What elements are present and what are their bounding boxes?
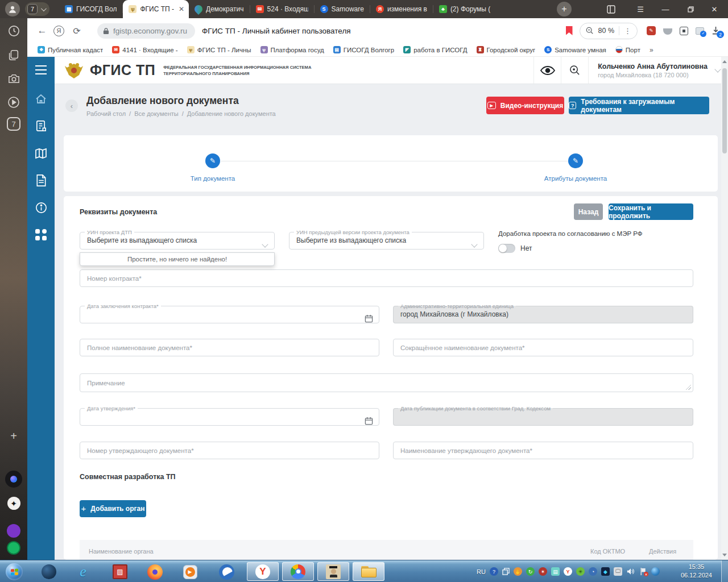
back-button[interactable]: ‹: [65, 99, 78, 112]
requirements-button[interactable]: ? Требования к загружаемым документам: [569, 97, 709, 114]
save-continue-button[interactable]: Сохранить и продолжить: [609, 203, 693, 220]
show-desktop-button[interactable]: [721, 560, 728, 582]
new-tab-button[interactable]: +: [557, 2, 572, 16]
uin-dtp-select[interactable]: УИН проекта ДТП Выберите из выпадающего …: [80, 229, 275, 250]
tray-diamond-icon[interactable]: ◆: [601, 567, 610, 576]
taskbar-firefox-icon[interactable]: [147, 564, 163, 580]
calendar-icon[interactable]: [365, 314, 373, 323]
taskbar-professor-app-button[interactable]: [317, 562, 349, 581]
tray-network-icon[interactable]: 🖵: [614, 567, 622, 576]
back-step-button[interactable]: Назад: [574, 203, 603, 220]
sidebar-item-home[interactable]: [27, 92, 55, 106]
history-clock-icon[interactable]: [0, 24, 27, 38]
contract-date-input[interactable]: Дата заключения контракта*: [80, 303, 379, 323]
sidebar-item-file[interactable]: [27, 174, 55, 187]
print-check-extension-icon[interactable]: ✓: [696, 27, 704, 35]
purple-extension-icon[interactable]: [0, 524, 27, 538]
short-name-input[interactable]: Сокращённое наименование документа*: [393, 339, 693, 356]
sidebar-item-documents[interactable]: [27, 119, 55, 132]
sidebar-item-apps[interactable]: [27, 228, 55, 241]
downloads-button[interactable]: 2: [712, 26, 720, 35]
tray-globe-icon[interactable]: [651, 567, 660, 576]
reload-icon[interactable]: ⟳: [64, 26, 89, 36]
sidebar-badge[interactable]: 7: [0, 117, 27, 131]
bookmark-item[interactable]: ♜Городской округ: [477, 46, 536, 53]
bookmark-item[interactable]: ❖Публичная кадаст: [38, 46, 103, 53]
bookmark-item[interactable]: ѱФГИС ТП - Личны: [187, 46, 251, 53]
tray-chat-icon[interactable]: ▤: [551, 567, 560, 576]
more-options-icon[interactable]: ⋮: [624, 27, 631, 35]
tray-volume-icon[interactable]: [626, 567, 635, 576]
note-textarea[interactable]: Примечание: [80, 373, 693, 392]
restore-button[interactable]: [680, 0, 701, 18]
profile-avatar[interactable]: [5, 2, 20, 16]
side-panel-icon[interactable]: [601, 0, 621, 18]
tray-update-icon[interactable]: ↻: [526, 567, 535, 576]
taskbar-yandex-browser-button[interactable]: Y: [247, 562, 279, 581]
taskbar-globe-icon[interactable]: [41, 564, 57, 580]
tab-maps[interactable]: Демократич: [189, 0, 250, 18]
bookmark-item[interactable]: ✉4141 · Входящие -: [112, 46, 177, 53]
minimize-button[interactable]: —: [655, 0, 676, 18]
tray-yandex-icon[interactable]: Y: [564, 567, 572, 576]
tab-fgis-tp-active[interactable]: ѱ ФГИС ТП - ✕: [123, 0, 189, 18]
approving-name-input[interactable]: Наименование утверждающего документа*: [393, 442, 693, 459]
show-hidden-icons[interactable]: [502, 568, 510, 575]
stepper-step-type[interactable]: ✎ Тип документа: [167, 153, 258, 182]
tray-alert-flag-icon[interactable]: ✕: [639, 567, 647, 576]
taskbar-media-icon[interactable]: ▶: [182, 564, 198, 580]
calendar-icon[interactable]: [365, 417, 373, 425]
bookmark-item[interactable]: ▤ГИСОГД Волгогр: [333, 46, 394, 53]
tab-gisogd[interactable]: ▤ ГИСОГД Вол: [59, 0, 122, 18]
zoom-control[interactable]: 80 % ⋮: [580, 23, 638, 39]
bookmark-item[interactable]: SSamoware умная: [544, 46, 606, 53]
screenshot-camera-icon[interactable]: [0, 72, 27, 85]
tab-mail[interactable]: ✉ 524 · Входящ: [250, 0, 314, 18]
app-logo[interactable]: ФГИС ТП ФЕДЕРАЛЬНАЯ ГОСУДАРСТВЕННАЯ ИНФО…: [55, 60, 311, 81]
scroll-down-icon[interactable]: [722, 554, 727, 556]
stepper-step-attributes[interactable]: ✎ Атрибуты документа: [530, 153, 621, 182]
tab-forums[interactable]: ♣ (2) Форумы (: [433, 0, 496, 18]
tray-gauge-icon[interactable]: ◔: [589, 567, 597, 576]
bookmarks-overflow-icon[interactable]: »: [650, 46, 653, 54]
tray-drweb-icon[interactable]: ✳: [576, 567, 585, 576]
add-organ-button[interactable]: + Добавить орган: [80, 500, 146, 517]
language-indicator[interactable]: RU: [477, 568, 486, 575]
full-name-input[interactable]: Полное наименование документа*: [80, 339, 379, 356]
green-extension-icon[interactable]: [0, 541, 27, 555]
uin-prev-select[interactable]: УИН предыдущей версии проекта документа …: [289, 229, 484, 250]
approving-number-input[interactable]: Номер утверждающего документа*: [80, 442, 379, 459]
yandex-search-icon[interactable]: Я: [53, 26, 64, 36]
sidebar-menu-icon[interactable]: [27, 65, 55, 75]
breadcrumb-item[interactable]: Все документы: [134, 110, 179, 117]
outline-extension-icon[interactable]: [680, 27, 688, 35]
taskbar-swoosh-icon[interactable]: [218, 564, 234, 580]
tab-yandex[interactable]: Я изменения в: [370, 0, 433, 18]
taskbar-image-app-icon[interactable]: ▨: [112, 564, 128, 580]
scroll-up-icon[interactable]: [722, 60, 727, 63]
help-icon[interactable]: ?: [490, 567, 498, 576]
menu-icon[interactable]: ☰: [630, 0, 651, 18]
start-button[interactable]: [6, 563, 23, 580]
taskbar-clock[interactable]: 15:35 06.12.2024: [681, 563, 712, 580]
play-video-icon[interactable]: [0, 95, 27, 109]
tray-hand-icon[interactable]: ✋: [514, 567, 522, 576]
contract-number-input[interactable]: Номер контракта*: [80, 269, 693, 287]
approval-date-input[interactable]: Дата утверждения*: [80, 405, 379, 426]
search-icon[interactable]: [561, 57, 588, 84]
scrollbar-thumb[interactable]: [722, 68, 727, 153]
video-instruction-button[interactable]: ▶ Видео-инструкция: [486, 97, 564, 114]
star-extension-icon[interactable]: ✦: [0, 497, 27, 510]
close-button[interactable]: ✕: [704, 0, 725, 18]
taskbar-chrome-button[interactable]: [282, 562, 314, 581]
tab-samoware[interactable]: S Samoware: [315, 0, 370, 18]
tray-bug-icon[interactable]: ✶: [539, 567, 547, 576]
accessibility-eye-icon[interactable]: [533, 57, 561, 84]
sidebar-item-map[interactable]: [27, 147, 55, 160]
seal-extension-icon[interactable]: ✎: [647, 26, 656, 35]
breadcrumb-item[interactable]: Рабочий стол: [86, 110, 126, 117]
back-icon[interactable]: ←: [31, 25, 53, 36]
tab-group-button[interactable]: 7: [25, 2, 49, 16]
dome-extension-icon[interactable]: [663, 28, 672, 35]
collections-icon[interactable]: [0, 49, 27, 61]
